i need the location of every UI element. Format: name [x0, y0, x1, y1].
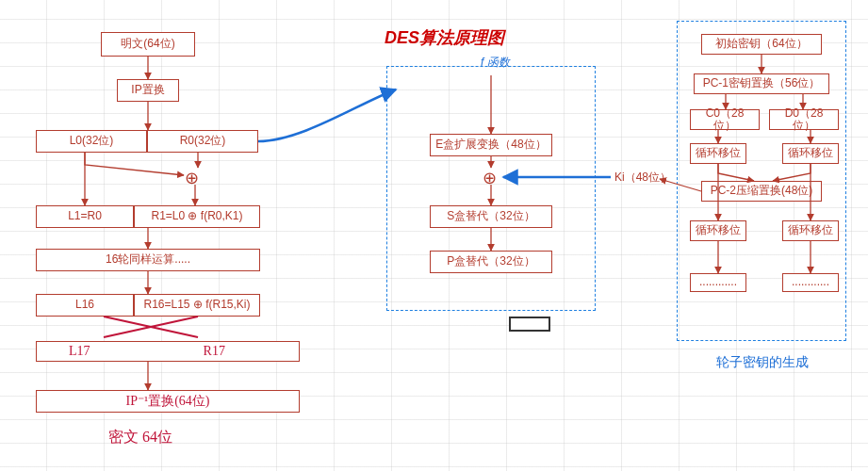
hand-R17: R17	[204, 344, 225, 358]
key-gen-label: 轮子密钥的生成	[716, 354, 809, 371]
xor-center: ⊕	[483, 168, 497, 188]
box-shift-dl2: 循环移位	[782, 220, 839, 241]
box-plaintext: 明文(64位)	[101, 32, 195, 57]
box-L16: L16	[36, 294, 134, 317]
box-L1: L1=R0	[36, 205, 134, 228]
K-label: Ki（48位）	[614, 170, 671, 186]
box-pc2: PC-2压缩置换(48位)	[701, 181, 822, 202]
box-R0: R0(32位)	[147, 130, 258, 153]
box-pc1: PC-1密钥置换（56位）	[694, 73, 829, 94]
box-shift-cl: 循环移位	[690, 143, 746, 164]
box-L0: L0(32位)	[36, 130, 147, 153]
box-D0: D0（28位）	[769, 109, 839, 130]
box-dots-r: ............	[782, 273, 839, 292]
box-rounds: 16轮同样运算.....	[36, 249, 260, 271]
diagram-title: DES算法原理图	[385, 26, 504, 49]
box-R16: R16=L15 ⊕ f(R15,Ki)	[134, 294, 260, 317]
box-P: P盒替代（32位）	[430, 251, 552, 273]
box-R1: R1=L0 ⊕ f(R0,K1)	[134, 205, 260, 228]
box-ipinv: IP⁻¹置换(64位)	[36, 390, 300, 413]
box-E: E盒扩展变换（48位）	[430, 134, 552, 156]
svg-line-23	[104, 317, 198, 337]
box-dots-l: ............	[690, 273, 746, 292]
box-C0: C0（28位）	[690, 109, 760, 130]
hand-cipher: 密文 64位	[108, 428, 172, 447]
box-shift-cl2: 循环移位	[690, 220, 746, 241]
box-ip: IP置换	[117, 79, 179, 102]
box-S: S盒替代（32位）	[430, 205, 552, 228]
svg-line-24	[104, 317, 198, 337]
f-function-panel	[386, 66, 596, 311]
hand-L17: L17	[69, 344, 90, 358]
box-shift-dl: 循环移位	[782, 143, 839, 164]
cell-selection[interactable]	[509, 317, 550, 332]
box-L17: L17 R17	[36, 341, 300, 362]
hand-ipinv: IP⁻¹置换(64位)	[126, 394, 210, 408]
box-initkey: 初始密钥（64位）	[701, 34, 822, 55]
xor-node: ⊕	[185, 168, 199, 188]
